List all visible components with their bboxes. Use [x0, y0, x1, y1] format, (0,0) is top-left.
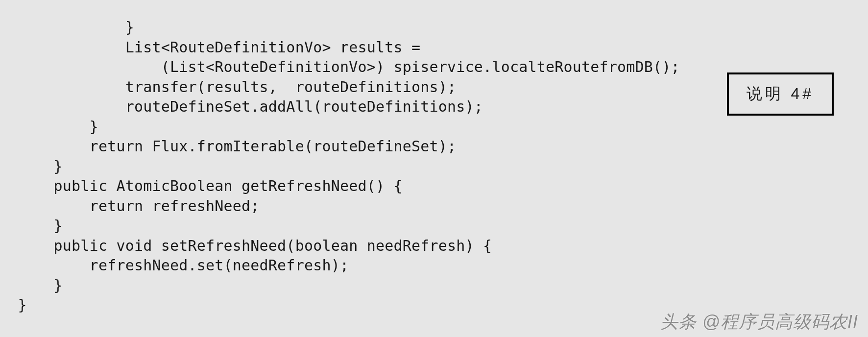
code-line: routeDefineSet.addAll(routeDefinitions); — [0, 98, 483, 115]
code-line: (List<RouteDefinitionVo>) spiservice.loc… — [0, 58, 680, 75]
code-line: public void setRefreshNeed(boolean needR… — [0, 237, 492, 254]
code-line: public AtomicBoolean getRefreshNeed() { — [0, 177, 403, 194]
code-line: } — [0, 217, 63, 234]
code-line: } — [0, 19, 134, 36]
code-line: } — [0, 296, 27, 313]
code-line: return refreshNeed; — [0, 197, 260, 215]
code-line: } — [0, 118, 98, 135]
watermark-text: 头条 @程序员高级码农II — [660, 310, 858, 334]
code-line: return Flux.fromIterable(routeDefineSet)… — [0, 138, 456, 155]
code-line: List<RouteDefinitionVo> results = — [0, 39, 420, 56]
code-line: } — [0, 158, 63, 175]
annotation-box: 说明 4# — [727, 72, 834, 116]
annotation-label: 说明 4# — [747, 85, 814, 102]
code-line: transfer(results, routeDefinitions); — [0, 78, 456, 96]
code-block: } List<RouteDefinitionVo> results = (Lis… — [0, 18, 680, 315]
code-line: } — [0, 277, 63, 294]
code-line: refreshNeed.set(needRefresh); — [0, 257, 349, 274]
